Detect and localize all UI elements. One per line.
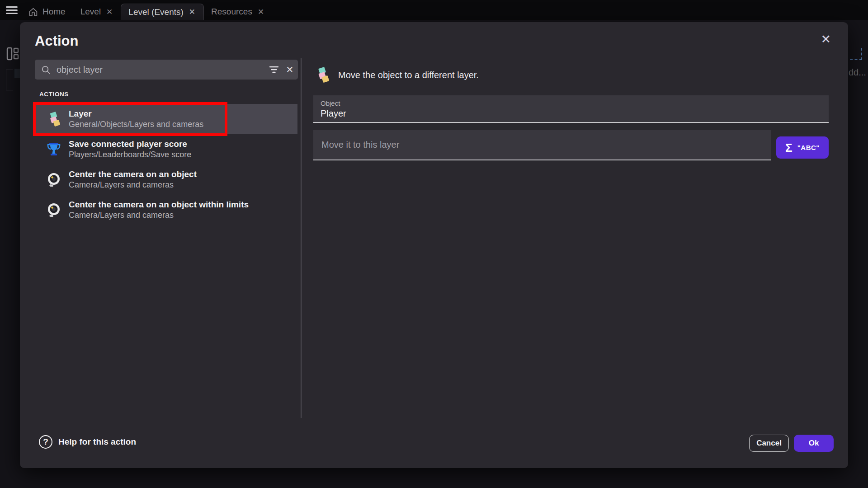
actions-section-header: ACTIONS (39, 91, 69, 98)
hamburger-menu-icon[interactable] (6, 6, 18, 14)
action-item-center-camera[interactable]: Center the camera on an object Camera/La… (36, 164, 297, 195)
layer-input[interactable] (313, 130, 771, 160)
webcam-icon (46, 172, 61, 188)
tab-close-icon[interactable]: ✕ (257, 7, 265, 17)
action-item-layer[interactable]: Layer General/Objects/Layers and cameras (36, 104, 297, 134)
webcam-icon (46, 202, 61, 218)
action-list: Layer General/Objects/Layers and cameras… (36, 104, 297, 225)
action-title: Center the camera on an object (69, 169, 197, 180)
sigma-icon: Σ (785, 142, 793, 154)
search-input[interactable] (57, 65, 266, 75)
panels-layout-icon[interactable] (6, 47, 19, 61)
home-icon (28, 7, 38, 17)
object-field[interactable]: Object Player (313, 95, 829, 123)
layers-icon (315, 66, 330, 84)
dialog-title: Action (35, 33, 78, 49)
action-item-center-camera-limits[interactable]: Center the camera on an object within li… (36, 195, 297, 225)
tab-resources[interactable]: Resources ✕ (204, 4, 272, 20)
left-toolbar-strip (0, 20, 22, 488)
selection-dashed-border (850, 59, 862, 60)
help-link[interactable]: ? Help for this action (39, 435, 136, 449)
action-path: Players/Leaderboards/Save score (69, 150, 191, 160)
ok-button[interactable]: Ok (794, 435, 834, 452)
layer-field[interactable] (313, 130, 771, 160)
object-field-label: Object (321, 99, 821, 107)
action-title: Layer (69, 108, 203, 119)
selection-dashed-border (861, 48, 862, 60)
tab-close-icon[interactable]: ✕ (188, 7, 196, 17)
top-bar: Home Level ✕ Level (Events) ✕ Resources … (0, 0, 868, 20)
trophy-icon (46, 142, 61, 157)
tab-label: Home (42, 7, 66, 17)
tab-label: Level (80, 7, 101, 17)
tab-label: Level (Events) (128, 7, 183, 17)
pane-divider (301, 58, 302, 418)
layers-icon (46, 112, 61, 127)
dialog-close-icon[interactable]: ✕ (819, 30, 833, 48)
object-field-value: Player (321, 108, 821, 119)
help-icon: ? (39, 435, 52, 449)
search-clear-icon[interactable]: ✕ (282, 62, 298, 77)
tab-bar: Home Level ✕ Level (Events) ✕ Resources … (21, 4, 272, 20)
action-path: Camera/Layers and cameras (69, 180, 197, 190)
filter-icon[interactable] (266, 62, 282, 77)
action-path: Camera/Layers and cameras (69, 210, 249, 221)
background-truncated-label: dd... (849, 67, 866, 78)
tab-level-events[interactable]: Level (Events) ✕ (121, 4, 204, 20)
tab-home[interactable]: Home (21, 4, 73, 20)
expression-builder-button[interactable]: Σ "ABC" (776, 136, 829, 159)
tab-label: Resources (211, 7, 252, 17)
expression-button-label: "ABC" (797, 144, 820, 151)
action-description: Move the object to a different layer. (338, 70, 479, 80)
action-title: Center the camera on an object within li… (69, 199, 249, 210)
cancel-button[interactable]: Cancel (749, 435, 789, 452)
background-panel-edge (6, 70, 13, 90)
action-path: General/Objects/Layers and cameras (69, 119, 203, 130)
tab-level[interactable]: Level ✕ (73, 4, 121, 20)
action-dialog: Action ✕ ✕ ACTIONS (20, 22, 848, 468)
action-search-bar[interactable]: ✕ (35, 60, 298, 80)
right-panel-strip (848, 20, 868, 488)
search-icon (41, 65, 51, 75)
action-item-save-score[interactable]: Save connected player score Players/Lead… (36, 134, 297, 164)
action-description-row: Move the object to a different layer. (315, 66, 479, 84)
action-title: Save connected player score (69, 139, 191, 150)
help-label: Help for this action (58, 437, 136, 447)
tab-close-icon[interactable]: ✕ (105, 7, 113, 17)
